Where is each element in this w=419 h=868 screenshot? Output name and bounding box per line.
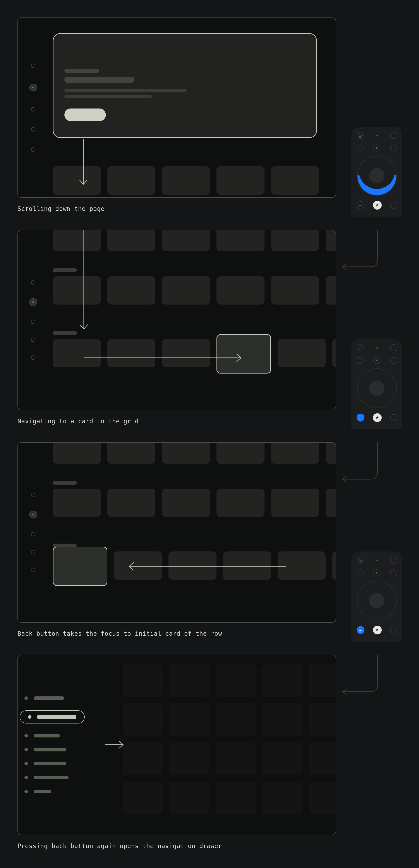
- nav-drawer-item[interactable]: [25, 790, 85, 793]
- content-card[interactable]: [53, 166, 101, 195]
- remote-aux-button[interactable]: [390, 344, 397, 351]
- content-card[interactable]: [53, 230, 101, 251]
- remote-button[interactable]: [357, 145, 363, 152]
- remote-button[interactable]: [390, 357, 397, 364]
- nav-dot-active[interactable]: [29, 510, 37, 519]
- remote-button[interactable]: [390, 145, 397, 152]
- nav-dot-active[interactable]: [29, 298, 37, 306]
- tv-screen-panel-1: [18, 18, 336, 198]
- content-card[interactable]: [278, 339, 326, 367]
- dpad-ok-button[interactable]: [369, 593, 385, 608]
- content-card[interactable]: [217, 442, 264, 464]
- dpad[interactable]: [357, 368, 397, 408]
- content-card[interactable]: [162, 339, 210, 367]
- remote-button[interactable]: [357, 357, 363, 364]
- nav-drawer-item[interactable]: [25, 776, 85, 779]
- nav-dot[interactable]: [31, 532, 35, 536]
- dpad[interactable]: [357, 156, 397, 196]
- nav-dot[interactable]: [31, 338, 35, 342]
- caption-panel-2: Navigating to a card in the grid: [18, 417, 401, 425]
- content-card[interactable]: [53, 276, 101, 305]
- nav-drawer-item[interactable]: [25, 748, 85, 751]
- home-button[interactable]: [373, 626, 382, 634]
- remote-aux-button[interactable]: [390, 132, 397, 139]
- content-card[interactable]: [278, 552, 326, 580]
- nav-dot[interactable]: [31, 550, 35, 554]
- content-card[interactable]: [271, 442, 319, 464]
- back-button[interactable]: ←: [357, 201, 364, 209]
- home-button[interactable]: [373, 201, 382, 210]
- content-card[interactable]: [217, 230, 264, 251]
- remote-button[interactable]: [390, 626, 397, 633]
- content-card[interactable]: [162, 276, 210, 305]
- nav-drawer-item[interactable]: [25, 734, 85, 738]
- content-card[interactable]: [223, 552, 271, 580]
- content-card[interactable]: [217, 276, 264, 305]
- content-card[interactable]: [271, 276, 319, 305]
- nav-dot-active[interactable]: [29, 84, 37, 91]
- content-card[interactable]: [332, 339, 336, 367]
- nav-drawer-item[interactable]: [25, 762, 85, 765]
- power-button[interactable]: ⏻: [357, 344, 363, 351]
- content-card[interactable]: [217, 489, 264, 517]
- back-button-highlighted[interactable]: ←: [357, 626, 364, 634]
- content-card[interactable]: [217, 166, 264, 195]
- content-card[interactable]: [162, 489, 210, 517]
- content-row: [53, 276, 336, 305]
- nav-dot[interactable]: [31, 64, 35, 68]
- remote-button[interactable]: [390, 569, 397, 576]
- dpad-ok-button[interactable]: [369, 168, 385, 183]
- content-card[interactable]: [107, 442, 155, 464]
- sidebar-nav-dots: [31, 230, 37, 410]
- hero-desc-placeholder: [64, 89, 187, 92]
- nav-dot[interactable]: [31, 568, 35, 572]
- content-card[interactable]: [53, 442, 101, 464]
- content-card[interactable]: [162, 442, 210, 464]
- nav-dot[interactable]: [31, 147, 35, 152]
- nav-dot[interactable]: [31, 355, 35, 360]
- content-card-focused[interactable]: [53, 547, 107, 586]
- content-card[interactable]: [162, 166, 210, 195]
- content-card[interactable]: [162, 230, 210, 251]
- power-button[interactable]: ⏻: [357, 557, 363, 564]
- content-card[interactable]: [107, 339, 155, 367]
- content-card[interactable]: [332, 552, 336, 580]
- content-card[interactable]: [53, 339, 101, 367]
- content-card[interactable]: [326, 489, 336, 517]
- content-card[interactable]: [53, 489, 101, 517]
- nav-dot[interactable]: [31, 493, 35, 497]
- mic-button[interactable]: [374, 569, 380, 576]
- nav-drawer-item[interactable]: [25, 696, 85, 700]
- power-button[interactable]: ⏻: [357, 132, 363, 139]
- remote-button[interactable]: [390, 202, 397, 209]
- content-card[interactable]: [168, 552, 217, 580]
- mic-button[interactable]: [374, 357, 380, 364]
- dpad-ok-button[interactable]: [369, 380, 385, 396]
- content-card[interactable]: [271, 489, 319, 517]
- nav-dot[interactable]: [31, 280, 35, 285]
- content-card[interactable]: [326, 230, 336, 251]
- dpad[interactable]: [357, 581, 397, 620]
- home-button[interactable]: [373, 413, 382, 422]
- mic-button[interactable]: [374, 145, 380, 152]
- back-button-highlighted[interactable]: ←: [357, 414, 364, 422]
- content-card[interactable]: [107, 276, 155, 305]
- content-card[interactable]: [271, 166, 319, 195]
- nav-dot[interactable]: [31, 107, 35, 112]
- remote-aux-button[interactable]: [390, 557, 397, 564]
- content-card[interactable]: [107, 230, 155, 251]
- content-card[interactable]: [107, 166, 155, 195]
- nav-dot[interactable]: [31, 127, 35, 132]
- content-card[interactable]: [271, 230, 319, 251]
- hero-cta-button[interactable]: [64, 108, 106, 121]
- content-card[interactable]: [326, 442, 336, 464]
- content-card[interactable]: [107, 489, 155, 517]
- remote-button[interactable]: [357, 569, 363, 576]
- nav-dot[interactable]: [31, 320, 35, 324]
- remote-button[interactable]: [390, 414, 397, 421]
- content-card[interactable]: [114, 552, 162, 580]
- content-card[interactable]: [326, 276, 336, 305]
- nav-drawer-item-active[interactable]: [20, 710, 85, 723]
- content-card-focused[interactable]: [217, 334, 271, 374]
- hero-card-focused[interactable]: [53, 33, 317, 138]
